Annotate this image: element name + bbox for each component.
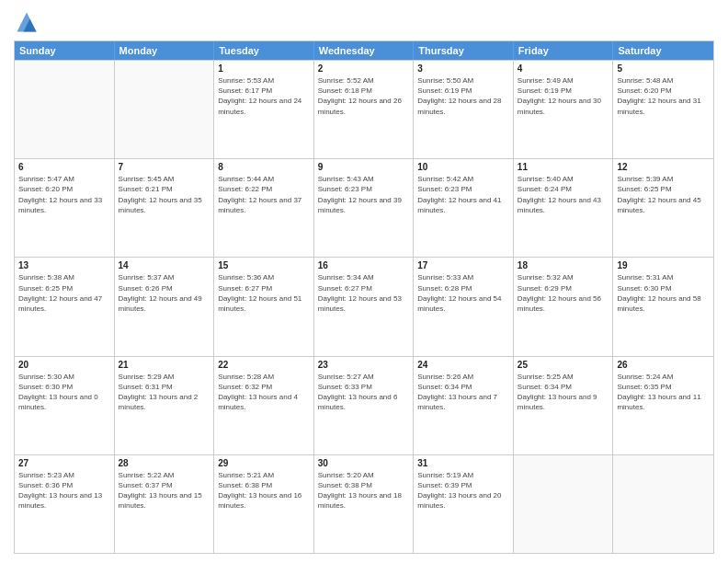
day-number: 6	[18, 162, 110, 172]
day-cell-22: 22Sunrise: 5:28 AM Sunset: 6:32 PM Dayli…	[214, 357, 314, 454]
day-info: Sunrise: 5:38 AM Sunset: 6:25 PM Dayligh…	[18, 272, 110, 314]
day-number: 11	[518, 162, 609, 172]
day-info: Sunrise: 5:42 AM Sunset: 6:23 PM Dayligh…	[417, 174, 509, 215]
week-row-3: 13Sunrise: 5:38 AM Sunset: 6:25 PM Dayli…	[15, 257, 713, 355]
day-cell-16: 16Sunrise: 5:34 AM Sunset: 6:27 PM Dayli…	[314, 258, 415, 355]
day-number: 1	[218, 63, 310, 74]
day-info: Sunrise: 5:40 AM Sunset: 6:24 PM Dayligh…	[518, 174, 609, 215]
empty-day-cell	[613, 455, 713, 553]
day-cell-25: 25Sunrise: 5:25 AM Sunset: 6:34 PM Dayli…	[514, 357, 614, 454]
day-number: 14	[119, 260, 210, 270]
day-info: Sunrise: 5:33 AM Sunset: 6:28 PM Dayligh…	[417, 272, 509, 314]
week-row-4: 20Sunrise: 5:30 AM Sunset: 6:30 PM Dayli…	[15, 356, 713, 454]
day-cell-26: 26Sunrise: 5:24 AM Sunset: 6:35 PM Dayli…	[613, 357, 713, 454]
day-header-friday: Friday	[514, 41, 614, 60]
day-cell-8: 8Sunrise: 5:44 AM Sunset: 6:22 PM Daylig…	[214, 159, 314, 257]
day-info: Sunrise: 5:26 AM Sunset: 6:34 PM Dayligh…	[417, 372, 509, 413]
day-info: Sunrise: 5:37 AM Sunset: 6:26 PM Dayligh…	[119, 272, 210, 314]
day-cell-3: 3Sunrise: 5:50 AM Sunset: 6:19 PM Daylig…	[414, 61, 514, 158]
day-info: Sunrise: 5:27 AM Sunset: 6:33 PM Dayligh…	[318, 372, 410, 413]
day-number: 27	[18, 458, 110, 468]
day-cell-29: 29Sunrise: 5:21 AM Sunset: 6:38 PM Dayli…	[214, 455, 314, 553]
day-cell-19: 19Sunrise: 5:31 AM Sunset: 6:30 PM Dayli…	[613, 258, 713, 355]
day-cell-10: 10Sunrise: 5:42 AM Sunset: 6:23 PM Dayli…	[414, 159, 514, 257]
day-info: Sunrise: 5:25 AM Sunset: 6:34 PM Dayligh…	[518, 372, 609, 413]
day-number: 12	[617, 162, 710, 172]
week-row-1: 1Sunrise: 5:53 AM Sunset: 6:17 PM Daylig…	[15, 60, 713, 158]
day-number: 18	[518, 260, 609, 270]
day-cell-15: 15Sunrise: 5:36 AM Sunset: 6:27 PM Dayli…	[214, 258, 314, 355]
day-info: Sunrise: 5:39 AM Sunset: 6:25 PM Dayligh…	[617, 174, 710, 215]
day-cell-20: 20Sunrise: 5:30 AM Sunset: 6:30 PM Dayli…	[15, 357, 115, 454]
day-number: 29	[218, 458, 310, 468]
day-header-sunday: Sunday	[15, 41, 115, 60]
day-info: Sunrise: 5:44 AM Sunset: 6:22 PM Dayligh…	[218, 174, 310, 215]
empty-day-cell	[514, 455, 614, 553]
day-cell-27: 27Sunrise: 5:23 AM Sunset: 6:36 PM Dayli…	[15, 455, 115, 553]
day-number: 3	[417, 63, 509, 74]
day-info: Sunrise: 5:32 AM Sunset: 6:29 PM Dayligh…	[518, 272, 609, 314]
day-info: Sunrise: 5:24 AM Sunset: 6:35 PM Dayligh…	[617, 372, 710, 413]
day-header-monday: Monday	[115, 41, 215, 60]
header	[14, 9, 714, 35]
day-header-saturday: Saturday	[613, 41, 713, 60]
day-info: Sunrise: 5:29 AM Sunset: 6:31 PM Dayligh…	[119, 372, 210, 413]
calendar-body: 1Sunrise: 5:53 AM Sunset: 6:17 PM Daylig…	[15, 60, 713, 553]
day-info: Sunrise: 5:52 AM Sunset: 6:18 PM Dayligh…	[318, 75, 410, 117]
day-number: 21	[119, 360, 210, 370]
day-number: 10	[417, 162, 509, 172]
day-info: Sunrise: 5:45 AM Sunset: 6:21 PM Dayligh…	[119, 174, 210, 215]
day-number: 26	[617, 360, 710, 370]
day-number: 2	[318, 63, 410, 74]
day-cell-1: 1Sunrise: 5:53 AM Sunset: 6:17 PM Daylig…	[214, 61, 314, 158]
day-header-tuesday: Tuesday	[214, 41, 314, 60]
day-number: 15	[218, 260, 310, 270]
day-cell-13: 13Sunrise: 5:38 AM Sunset: 6:25 PM Dayli…	[15, 258, 115, 355]
calendar-header: SundayMondayTuesdayWednesdayThursdayFrid…	[15, 41, 713, 60]
day-cell-11: 11Sunrise: 5:40 AM Sunset: 6:24 PM Dayli…	[514, 159, 614, 257]
day-header-wednesday: Wednesday	[314, 41, 415, 60]
day-number: 17	[417, 260, 509, 270]
day-info: Sunrise: 5:49 AM Sunset: 6:19 PM Dayligh…	[518, 75, 609, 117]
day-cell-7: 7Sunrise: 5:45 AM Sunset: 6:21 PM Daylig…	[115, 159, 215, 257]
day-number: 19	[617, 260, 710, 270]
day-info: Sunrise: 5:22 AM Sunset: 6:37 PM Dayligh…	[119, 470, 210, 511]
day-number: 31	[417, 458, 509, 468]
day-info: Sunrise: 5:30 AM Sunset: 6:30 PM Dayligh…	[18, 372, 110, 413]
day-cell-14: 14Sunrise: 5:37 AM Sunset: 6:26 PM Dayli…	[115, 258, 215, 355]
week-row-2: 6Sunrise: 5:47 AM Sunset: 6:20 PM Daylig…	[15, 158, 713, 257]
day-number: 9	[318, 162, 410, 172]
day-cell-23: 23Sunrise: 5:27 AM Sunset: 6:33 PM Dayli…	[314, 357, 415, 454]
day-info: Sunrise: 5:36 AM Sunset: 6:27 PM Dayligh…	[218, 272, 310, 314]
day-info: Sunrise: 5:43 AM Sunset: 6:23 PM Dayligh…	[318, 174, 410, 215]
day-header-thursday: Thursday	[414, 41, 514, 60]
day-info: Sunrise: 5:19 AM Sunset: 6:39 PM Dayligh…	[417, 470, 509, 511]
day-number: 23	[318, 360, 410, 370]
day-info: Sunrise: 5:21 AM Sunset: 6:38 PM Dayligh…	[218, 470, 310, 511]
day-cell-4: 4Sunrise: 5:49 AM Sunset: 6:19 PM Daylig…	[514, 61, 614, 158]
day-info: Sunrise: 5:34 AM Sunset: 6:27 PM Dayligh…	[318, 272, 410, 314]
day-number: 7	[119, 162, 210, 172]
day-cell-17: 17Sunrise: 5:33 AM Sunset: 6:28 PM Dayli…	[414, 258, 514, 355]
day-cell-6: 6Sunrise: 5:47 AM Sunset: 6:20 PM Daylig…	[15, 159, 115, 257]
day-cell-9: 9Sunrise: 5:43 AM Sunset: 6:23 PM Daylig…	[314, 159, 415, 257]
day-cell-5: 5Sunrise: 5:48 AM Sunset: 6:20 PM Daylig…	[613, 61, 713, 158]
day-number: 13	[18, 260, 110, 270]
calendar: SundayMondayTuesdayWednesdayThursdayFrid…	[14, 40, 714, 554]
logo-icon	[14, 9, 40, 35]
day-info: Sunrise: 5:20 AM Sunset: 6:38 PM Dayligh…	[318, 470, 410, 511]
day-number: 25	[518, 360, 609, 370]
day-info: Sunrise: 5:50 AM Sunset: 6:19 PM Dayligh…	[417, 75, 509, 117]
day-number: 24	[417, 360, 509, 370]
day-number: 16	[318, 260, 410, 270]
day-info: Sunrise: 5:28 AM Sunset: 6:32 PM Dayligh…	[218, 372, 310, 413]
day-number: 22	[218, 360, 310, 370]
day-cell-24: 24Sunrise: 5:26 AM Sunset: 6:34 PM Dayli…	[414, 357, 514, 454]
day-number: 30	[318, 458, 410, 468]
page: SundayMondayTuesdayWednesdayThursdayFrid…	[0, 0, 728, 563]
logo	[14, 9, 43, 35]
day-cell-12: 12Sunrise: 5:39 AM Sunset: 6:25 PM Dayli…	[613, 159, 713, 257]
day-number: 8	[218, 162, 310, 172]
day-info: Sunrise: 5:53 AM Sunset: 6:17 PM Dayligh…	[218, 75, 310, 117]
empty-day-cell	[115, 61, 215, 158]
